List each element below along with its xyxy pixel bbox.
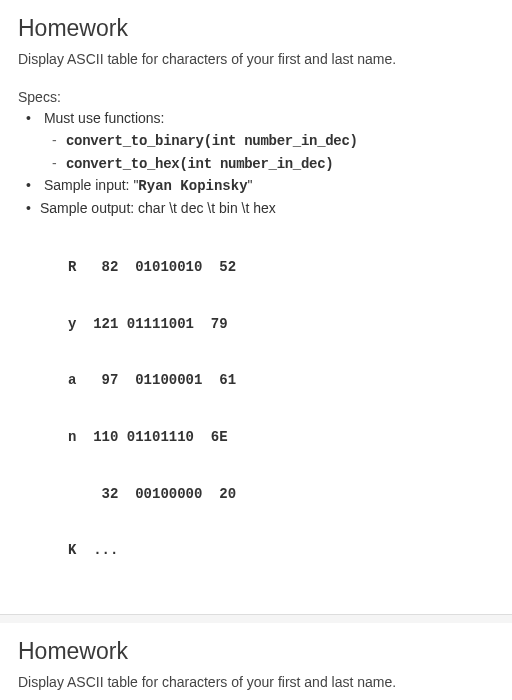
spec-functions: Must use functions: convert_to_binary(in… xyxy=(24,109,494,174)
function-list: convert_to_binary(int number_in_dec) con… xyxy=(28,131,494,174)
table-row: a 97 01100001 61 xyxy=(68,371,494,390)
page-title: Homework xyxy=(18,635,494,667)
func-binary-code: convert_to_binary(int number_in_dec) xyxy=(66,133,358,149)
spec-sample-input: Sample input: "Ryan Kopinsky" xyxy=(24,176,494,197)
table-row: n 110 01101110 6E xyxy=(68,428,494,447)
func-hex-code: convert_to_hex(int number_in_dec) xyxy=(66,156,333,172)
homework-section-2: Homework Display ASCII table for charact… xyxy=(0,623,512,700)
spec-sample-output: Sample output: char \t dec \t bin \t hex xyxy=(24,199,494,219)
table-row: y 121 01111001 79 xyxy=(68,315,494,334)
homework-section-1: Homework Display ASCII table for charact… xyxy=(0,0,512,615)
func-binary: convert_to_binary(int number_in_dec) xyxy=(50,131,494,152)
func-hex: convert_to_hex(int number_in_dec) xyxy=(50,154,494,175)
sample-input-pre: Sample input: " xyxy=(44,177,138,193)
specs-list: Must use functions: convert_to_binary(in… xyxy=(18,109,494,218)
table-row: R 82 01010010 52 xyxy=(68,258,494,277)
sample-input-name: Ryan Kopinsky xyxy=(138,178,247,194)
table-row: 32 00100000 20 xyxy=(68,485,494,504)
ascii-table: R 82 01010010 52 y 121 01111001 79 a 97 … xyxy=(68,220,494,598)
page-title: Homework xyxy=(18,12,494,44)
sample-input-post: " xyxy=(248,177,253,193)
assignment-desc: Display ASCII table for characters of yo… xyxy=(18,50,494,70)
assignment-desc: Display ASCII table for characters of yo… xyxy=(18,673,494,693)
spec-functions-text: Must use functions: xyxy=(44,110,165,126)
specs-label: Specs: xyxy=(18,88,494,108)
table-row: K ... xyxy=(68,541,494,560)
